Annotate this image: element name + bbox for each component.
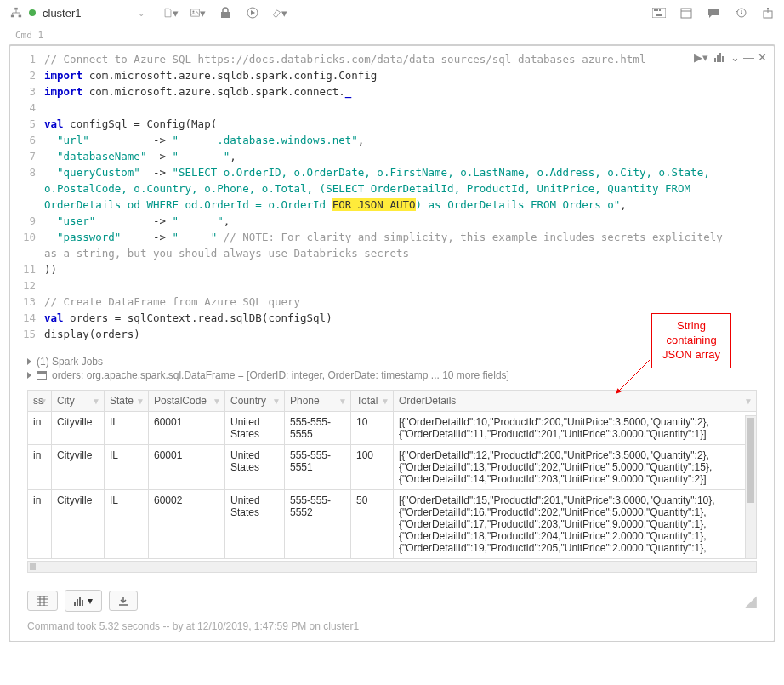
annotation-callout: StringcontainingJSON array [651, 313, 731, 368]
cmd-label: Cmd 1 [0, 26, 784, 41]
table-view-button[interactable] [27, 591, 58, 611]
table-cell: in [28, 490, 52, 559]
export-icon[interactable] [760, 5, 775, 20]
svg-rect-21 [37, 596, 48, 606]
line-number: 14 [10, 310, 36, 326]
sort-icon: ▼ [39, 397, 48, 406]
line-number: 2 [10, 67, 36, 83]
sort-icon: ▼ [744, 397, 753, 406]
table-cell: 50 [351, 490, 394, 559]
run-cell-icon[interactable]: ▶▾ [694, 51, 708, 64]
table-row: inCityvilleIL60002United States555-555-5… [28, 490, 757, 559]
download-button[interactable] [109, 591, 138, 611]
code-line[interactable]: import com.microsoft.azure.sqldb.spark.c… [44, 67, 740, 83]
svg-rect-7 [652, 8, 666, 18]
close-cell-icon[interactable]: ✕ [758, 51, 767, 64]
table-row: inCityvilleIL60001United States555-555-5… [28, 445, 757, 490]
horizontal-scrollbar[interactable] [27, 561, 757, 573]
results-wrapper: StringcontainingJSON array ss▼City▼State… [27, 390, 757, 573]
code-line[interactable]: )) [44, 261, 740, 277]
svg-rect-12 [681, 9, 691, 18]
column-header[interactable]: Phone▼ [285, 391, 351, 412]
code-line[interactable]: "databaseName" -> " ", [44, 148, 740, 164]
code-line[interactable]: val orders = sqlContext.read.sqlDB(confi… [44, 310, 740, 326]
table-cell: Cityville [52, 412, 105, 445]
svg-rect-10 [659, 9, 661, 11]
table-cell: 555-555-5552 [285, 490, 351, 559]
sort-icon: ▼ [92, 397, 100, 406]
svg-rect-0 [14, 8, 18, 10]
code-line[interactable]: val configSql = Config(Map( [44, 116, 740, 132]
column-header[interactable]: PostalCode▼ [149, 391, 225, 412]
svg-rect-5 [221, 12, 230, 18]
code-line[interactable] [44, 100, 740, 116]
svg-rect-16 [714, 58, 716, 62]
code-line[interactable]: // Connect to Azure SQL https://docs.dat… [44, 51, 740, 67]
comment-icon[interactable] [706, 5, 721, 20]
play-icon[interactable] [245, 5, 260, 20]
svg-rect-17 [717, 55, 719, 62]
column-header[interactable]: OrderDetails▼ [394, 391, 757, 412]
results-table: ss▼City▼State▼PostalCode▼Country▼Phone▼T… [27, 390, 757, 559]
sort-icon: ▼ [381, 397, 389, 406]
resize-handle-icon[interactable]: ◢ [745, 591, 757, 610]
toolbar-icons-right [651, 5, 775, 20]
vertical-scrollbar[interactable] [745, 415, 757, 559]
table-row: inCityvilleIL60001United States555-555-5… [28, 412, 757, 445]
code-line[interactable]: // Create DataFrame from Azure SQL query [44, 294, 740, 310]
cluster-status-dot [29, 9, 36, 16]
table-cell: 10 [351, 412, 394, 445]
table-cell: Cityville [52, 490, 105, 559]
collapse-icon[interactable]: ⌄ [730, 51, 740, 64]
sitemap-icon [9, 5, 24, 20]
svg-rect-27 [77, 599, 78, 606]
code-line[interactable] [44, 277, 740, 294]
line-number: 5 [10, 116, 36, 132]
svg-line-20 [616, 359, 650, 393]
svg-rect-1 [11, 15, 14, 18]
table-icon [37, 371, 47, 380]
line-number: 1 [10, 51, 36, 67]
code-line[interactable]: "password" -> " " // NOTE: For clarity a… [44, 229, 740, 261]
svg-rect-9 [656, 9, 658, 11]
column-header[interactable]: ss▼ [28, 391, 52, 412]
svg-rect-28 [79, 597, 81, 606]
keyboard-icon[interactable] [651, 5, 667, 20]
chart-icon[interactable] [712, 49, 727, 65]
expand-icon [27, 372, 31, 379]
code-line[interactable]: import com.microsoft.azure.sqldb.spark.c… [44, 83, 740, 100]
svg-rect-2 [19, 15, 22, 18]
code-line[interactable]: display(orders) [44, 326, 740, 342]
table-cell: 100 [351, 445, 394, 490]
column-header[interactable]: Country▼ [225, 391, 285, 412]
column-header[interactable]: State▼ [105, 391, 149, 412]
table-cell: 555-555-5551 [285, 445, 351, 490]
file-icon[interactable]: ▾ [163, 5, 179, 20]
line-number: 8 [10, 164, 36, 213]
code-line[interactable]: "queryCustom" -> "SELECT o.OrderID, o.Or… [44, 164, 740, 213]
minimize-icon[interactable]: — [743, 51, 754, 64]
line-number: 9 [10, 213, 36, 229]
line-number: 10 [10, 229, 36, 261]
table-cell: 60001 [149, 445, 225, 490]
eraser-icon[interactable]: ▾ [272, 5, 287, 20]
execution-footer: Command took 5.32 seconds -- by at 12/10… [10, 617, 774, 641]
history-icon[interactable] [733, 5, 748, 20]
calendar-icon[interactable] [679, 5, 694, 20]
cluster-selector[interactable]: cluster1 ⌄ [9, 5, 145, 20]
schema-label: orders: org.apache.spark.sql.DataFrame =… [52, 369, 509, 381]
table-cell: in [28, 445, 52, 490]
column-header[interactable]: Total▼ [351, 391, 394, 412]
lock-icon[interactable] [218, 5, 233, 20]
code-line[interactable]: "user" -> " ", [44, 213, 740, 229]
annotation-arrow [612, 357, 655, 396]
expand-icon [27, 358, 31, 365]
code-editor[interactable]: 123456789101112131415 // Connect to Azur… [10, 46, 774, 347]
column-header[interactable]: City▼ [52, 391, 105, 412]
code-content[interactable]: // Connect to Azure SQL https://docs.dat… [44, 51, 774, 342]
table-cell: United States [225, 445, 285, 490]
chart-view-button[interactable]: ▾ [65, 590, 102, 612]
image-icon[interactable]: ▾ [190, 5, 206, 20]
toolbar-icons-left: ▾ ▾ ▾ [163, 5, 287, 20]
code-line[interactable]: "url" -> " .database.windows.net", [44, 132, 740, 148]
